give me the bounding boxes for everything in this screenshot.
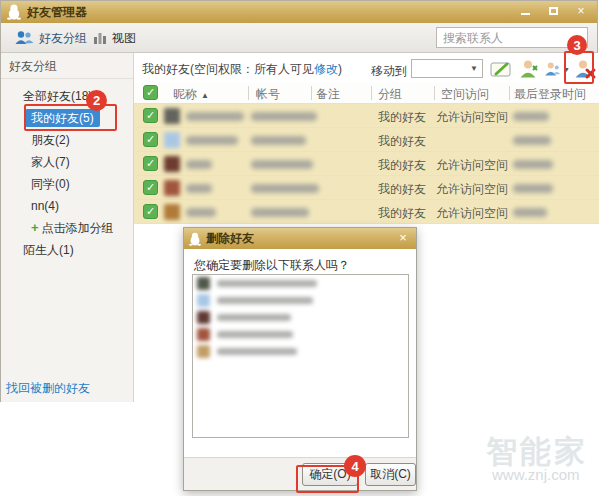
sidebar-item[interactable]: +点击添加分组 bbox=[1, 217, 133, 239]
contact-item[interactable] bbox=[193, 326, 408, 343]
login-time-blur bbox=[513, 136, 551, 145]
delete-friend-dialog: 删除好友 × 您确定要删除以下联系人吗？ 确定(O) 取消(C) bbox=[183, 227, 417, 491]
column-header[interactable]: 昵称▲ bbox=[173, 86, 209, 103]
account-blur bbox=[251, 208, 309, 217]
login-time-blur bbox=[513, 184, 553, 193]
avatar bbox=[164, 156, 180, 172]
row-checkbox[interactable] bbox=[143, 204, 158, 219]
nickname-blur bbox=[186, 208, 216, 217]
friends-table-header: 昵称▲帐号备注分组空间访问最后登录时间 bbox=[134, 83, 599, 104]
select-all-checkbox[interactable] bbox=[143, 85, 158, 100]
sidebar-item[interactable]: nn(4) bbox=[1, 195, 133, 217]
column-header-text: 空间访问 bbox=[441, 87, 489, 101]
sidebar-item[interactable]: 同学(0) bbox=[1, 173, 133, 195]
step-2-badge: 2 bbox=[86, 90, 107, 111]
column-header-text: 最后登录时间 bbox=[514, 87, 586, 101]
add-friend-button[interactable] bbox=[516, 56, 542, 82]
contact-item[interactable] bbox=[193, 343, 408, 360]
avatar bbox=[164, 204, 180, 220]
scope-suffix: ) bbox=[338, 62, 342, 76]
minimize-button[interactable] bbox=[515, 3, 535, 19]
toolbar: 好友分组 视图 bbox=[1, 23, 597, 53]
column-separator bbox=[434, 86, 435, 100]
column-separator bbox=[311, 86, 312, 100]
nickname-blur bbox=[186, 136, 238, 145]
maximize-button[interactable] bbox=[543, 3, 563, 19]
close-button[interactable]: × bbox=[571, 3, 591, 19]
friend-groups-label: 好友分组 bbox=[39, 30, 87, 47]
login-time-blur bbox=[513, 160, 553, 169]
column-header[interactable]: 空间访问 bbox=[441, 86, 489, 103]
contact-item[interactable] bbox=[193, 275, 408, 292]
table-row[interactable]: 我的好友允许访问空间 bbox=[134, 200, 599, 224]
row-checkbox[interactable] bbox=[143, 180, 158, 195]
group-cell: 我的好友 bbox=[378, 181, 426, 198]
sort-ascending-icon: ▲ bbox=[201, 91, 209, 100]
column-header[interactable]: 最后登录时间 bbox=[514, 86, 586, 103]
move-to-label: 移动到 bbox=[371, 63, 407, 80]
nickname-blur bbox=[186, 112, 244, 121]
penguin-icon bbox=[189, 232, 201, 246]
people-icon bbox=[15, 30, 34, 46]
add-group-icon: + bbox=[31, 220, 39, 235]
sidebar-item-label: +点击添加分组 bbox=[25, 219, 120, 237]
login-time-blur bbox=[513, 112, 549, 121]
contact-item[interactable] bbox=[193, 292, 408, 309]
step-4-badge: 4 bbox=[344, 455, 366, 477]
table-row[interactable]: 我的好友允许访问空间 bbox=[134, 176, 599, 200]
sidebar-item-label: 家人(7) bbox=[25, 153, 76, 171]
dialog-message: 您确定要删除以下联系人吗？ bbox=[194, 257, 350, 274]
account-blur bbox=[251, 136, 306, 145]
send-message-icon bbox=[489, 58, 513, 80]
column-header[interactable]: 分组 bbox=[378, 86, 402, 103]
sidebar-item[interactable]: 陌生人(1) bbox=[1, 239, 133, 261]
row-checkbox[interactable] bbox=[143, 132, 158, 147]
window-title: 好友管理器 bbox=[27, 4, 87, 21]
sidebar-item[interactable]: 家人(7) bbox=[1, 151, 133, 173]
sidebar-item-text: 朋友(2) bbox=[31, 133, 70, 147]
group-cell: 我的好友 bbox=[378, 133, 426, 150]
avatar bbox=[164, 180, 180, 196]
penguin-icon bbox=[7, 4, 21, 20]
sidebar-item[interactable]: 朋友(2) bbox=[1, 129, 133, 151]
scope-prefix: 我的好友(空间权限：所有人可见 bbox=[142, 62, 314, 76]
account-blur bbox=[251, 184, 319, 193]
column-separator bbox=[248, 86, 249, 100]
send-message-button[interactable] bbox=[488, 56, 514, 82]
row-checkbox[interactable] bbox=[143, 108, 158, 123]
account-blur bbox=[251, 160, 313, 169]
friend-groups-button[interactable]: 好友分组 bbox=[15, 23, 87, 53]
search-input[interactable] bbox=[436, 27, 588, 48]
avatar bbox=[197, 311, 210, 324]
dialog-titlebar: 删除好友 × bbox=[184, 228, 416, 249]
column-header[interactable]: 帐号 bbox=[256, 86, 280, 103]
move-to-dropdown[interactable]: ▼ bbox=[411, 59, 483, 78]
cancel-button[interactable]: 取消(C) bbox=[365, 463, 416, 486]
group-cell: 我的好友 bbox=[378, 157, 426, 174]
step-3-highlight-rect bbox=[564, 51, 594, 84]
column-header-text: 昵称 bbox=[173, 87, 197, 101]
step-3-badge: 3 bbox=[567, 35, 587, 55]
column-header-text: 分组 bbox=[378, 87, 402, 101]
row-checkbox[interactable] bbox=[143, 156, 158, 171]
modify-link[interactable]: 修改 bbox=[314, 62, 338, 76]
contact-name-blur bbox=[217, 280, 317, 287]
sidebar-item-text: 点击添加分组 bbox=[42, 221, 114, 235]
contact-item[interactable] bbox=[193, 309, 408, 326]
sidebar-item-label: 同学(0) bbox=[25, 175, 76, 193]
table-row[interactable]: 我的好友允许访问空间 bbox=[134, 104, 599, 128]
table-row[interactable]: 我的好友 bbox=[134, 128, 599, 152]
column-separator bbox=[509, 86, 510, 100]
access-cell: 允许访问空间 bbox=[436, 109, 508, 126]
sidebar-item-label: nn(4) bbox=[25, 197, 65, 215]
view-label: 视图 bbox=[112, 30, 136, 47]
view-button[interactable]: 视图 bbox=[93, 23, 136, 53]
table-row[interactable]: 我的好友允许访问空间 bbox=[134, 152, 599, 176]
recover-deleted-friends-link[interactable]: 找回被删的好友 bbox=[6, 380, 90, 397]
avatar bbox=[197, 328, 210, 341]
column-header-text: 帐号 bbox=[256, 87, 280, 101]
column-header[interactable]: 备注 bbox=[316, 86, 340, 103]
nickname-blur bbox=[186, 184, 212, 193]
avatar bbox=[164, 132, 180, 148]
dialog-close-button[interactable]: × bbox=[395, 230, 411, 245]
